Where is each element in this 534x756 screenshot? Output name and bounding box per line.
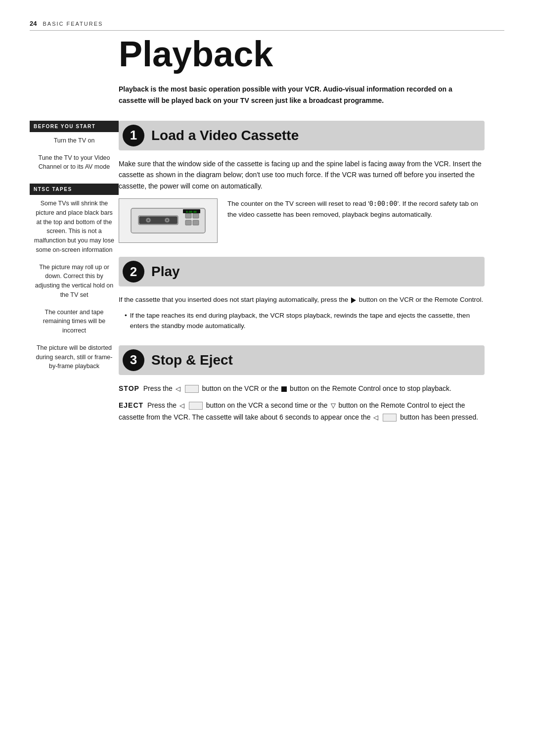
step-2-body: If the cassette that you inserted does n… xyxy=(119,294,485,305)
step-2-bullet: If the tape reaches its end during playb… xyxy=(125,310,485,331)
sidebar-item-ntsc-2: The picture may roll up or down. Correct… xyxy=(30,263,119,300)
stop-remote-icon xyxy=(281,386,287,392)
svg-rect-9 xyxy=(185,220,191,225)
step-2: 2 Play If the cassette that you inserted… xyxy=(119,257,485,331)
stop-button-vcr xyxy=(185,385,199,393)
sidebar-item-turn-tv: Turn the TV on xyxy=(30,136,119,145)
svg-text:0:00:00: 0:00:00 xyxy=(186,210,196,213)
eject-button-icon: ◁ xyxy=(179,400,184,411)
main-layout: BEFORE YOU START Turn the TV on Tune the… xyxy=(30,121,504,437)
ntsc-tapes-section: NTSC TAPES Some TVs will shrink the pict… xyxy=(30,184,119,371)
step-1-circle: 1 xyxy=(123,125,144,146)
section-label: BASIC FEATURES xyxy=(43,21,103,27)
play-icon xyxy=(351,297,356,303)
step-3: 3 Stop & Eject STOP Press the ◁ button o… xyxy=(119,345,485,423)
eject-button-vcr-2 xyxy=(383,414,397,422)
sidebar-item-ntsc-3: The counter and tape remaining times wil… xyxy=(30,308,119,335)
step-1: 1 Load a Video Cassette Make sure that t… xyxy=(119,121,485,243)
sidebar-item-ntsc-1: Some TVs will shrink the picture and pla… xyxy=(30,199,119,255)
before-you-start-section: BEFORE YOU START Turn the TV on Tune the… xyxy=(30,121,119,172)
cassette-diagram: 0:00:00 xyxy=(119,198,218,243)
sidebar-item-tune-tv: Tune the TV to your Video Channel or to … xyxy=(30,153,119,172)
svg-rect-7 xyxy=(185,213,191,218)
eject-section: EJECT Press the ◁ button on the VCR a se… xyxy=(119,400,485,424)
step-3-title: Stop & Eject xyxy=(151,352,233,368)
step-3-circle: 3 xyxy=(123,349,144,371)
svg-rect-8 xyxy=(193,213,199,218)
svg-point-4 xyxy=(147,219,149,221)
down-button-icon: ▽ xyxy=(331,400,336,411)
ntsc-tapes-heading: NTSC TAPES xyxy=(30,184,119,195)
page-number: 24 xyxy=(30,20,37,27)
stop-label: STOP xyxy=(119,384,139,392)
cassette-svg: 0:00:00 xyxy=(129,203,208,238)
step-2-circle: 2 xyxy=(123,261,144,283)
step-1-caption: The counter on the TV screen will reset … xyxy=(227,198,485,220)
eject-button-vcr xyxy=(189,402,203,410)
svg-rect-10 xyxy=(193,220,199,225)
step-2-title: Play xyxy=(151,264,180,280)
cassette-section: 0:00:00 The counter on the TV screen wil… xyxy=(119,198,485,243)
stop-button-icon: ◁ xyxy=(176,383,180,394)
step-1-header: 1 Load a Video Cassette xyxy=(119,121,485,150)
step-1-body: Make sure that the window side of the ca… xyxy=(119,158,485,191)
page-header: 24 BASIC FEATURES xyxy=(30,20,504,31)
stop-section: STOP Press the ◁ button on the VCR or th… xyxy=(119,383,485,395)
eject-label: EJECT xyxy=(119,401,143,409)
page-title: Playback xyxy=(119,35,504,74)
content-area: 1 Load a Video Cassette Make sure that t… xyxy=(119,121,485,437)
step-1-title: Load a Video Cassette xyxy=(151,128,299,143)
before-you-start-heading: BEFORE YOU START xyxy=(30,121,119,132)
sidebar-item-ntsc-4: The picture will be distorted during sea… xyxy=(30,343,119,371)
svg-rect-2 xyxy=(139,217,177,224)
intro-text: Playback is the most basic operation pos… xyxy=(119,84,455,106)
svg-point-6 xyxy=(166,219,168,221)
time-code: 0:00:00 xyxy=(369,199,398,207)
step-3-header: 3 Stop & Eject xyxy=(119,345,485,375)
step-2-header: 2 Play xyxy=(119,257,485,286)
sidebar: BEFORE YOU START Turn the TV on Tune the… xyxy=(30,121,119,437)
eject-button-icon-2: ◁ xyxy=(373,412,378,423)
